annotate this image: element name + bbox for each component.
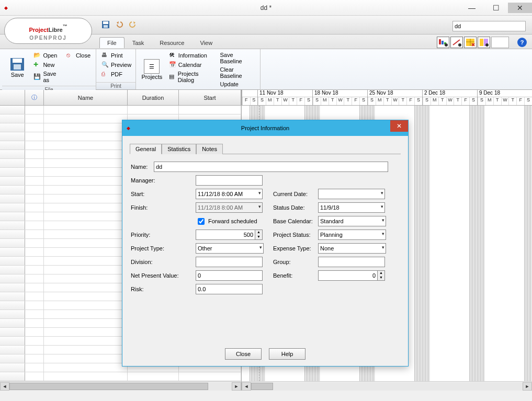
division-field[interactable] bbox=[196, 257, 263, 267]
benefit-stepper[interactable]: ▲▼ bbox=[318, 270, 385, 281]
grid-header-name[interactable]: Name bbox=[44, 90, 128, 105]
ribbon-tab-task[interactable]: Task bbox=[124, 37, 152, 48]
info-wrench-icon: 🛠 bbox=[169, 52, 176, 59]
svg-point-6 bbox=[445, 43, 448, 47]
scroll-left-icon[interactable]: ◄ bbox=[0, 382, 9, 391]
pdf-icon: ⎙ bbox=[101, 71, 109, 78]
grid-header-info-icon[interactable]: ⓘ bbox=[25, 90, 44, 105]
help-icon[interactable]: ? bbox=[517, 38, 527, 47]
label-expense-type: Expense Type: bbox=[273, 245, 318, 251]
projects-dialog-button[interactable]: ▤Projects Dialog bbox=[168, 70, 215, 84]
new-button[interactable]: ✚New bbox=[32, 61, 61, 69]
close-file-icon: ⦸ bbox=[66, 52, 74, 59]
saveas-icon: 💾 bbox=[33, 73, 41, 81]
titlebar-app-icon: ◆ bbox=[4, 5, 8, 10]
ribbon-tab-file[interactable]: File bbox=[99, 37, 124, 48]
priority-stepper[interactable]: ▲▼ bbox=[196, 230, 263, 240]
forward-scheduled-checkbox[interactable]: Forward scheduled bbox=[196, 216, 263, 226]
qat-redo-icon[interactable] bbox=[129, 20, 137, 30]
npv-field[interactable] bbox=[196, 270, 263, 281]
projects-label: Projects bbox=[142, 74, 163, 80]
save-button[interactable]: Save bbox=[6, 51, 28, 84]
start-field[interactable] bbox=[196, 189, 263, 199]
new-icon: ✚ bbox=[33, 61, 41, 68]
save-label: Save bbox=[11, 72, 24, 78]
dialog-icon: ▤ bbox=[169, 73, 176, 81]
spin-up-icon[interactable]: ▲ bbox=[378, 271, 384, 276]
svg-point-8 bbox=[458, 43, 461, 47]
window-minimize-button[interactable]: — bbox=[460, 3, 484, 13]
dialog-close-button[interactable]: ✕ bbox=[390, 120, 408, 132]
table-row[interactable] bbox=[0, 372, 241, 381]
scroll-left-icon[interactable]: ◄ bbox=[242, 382, 251, 391]
forward-scheduled-input[interactable] bbox=[198, 218, 205, 225]
project-type-select[interactable]: Other bbox=[196, 243, 264, 254]
view-wbs-icon[interactable] bbox=[464, 37, 477, 48]
save-baseline-button[interactable]: Save Baseline bbox=[219, 51, 256, 65]
project-status-select[interactable]: Planning bbox=[318, 230, 386, 240]
dialog-tab-notes[interactable]: Notes bbox=[196, 144, 223, 154]
view-network-icon[interactable] bbox=[450, 37, 463, 48]
ribbon-tab-resource[interactable]: Resource bbox=[152, 37, 192, 48]
label-risk: Risk: bbox=[131, 286, 196, 292]
saveas-button[interactable]: 💾Save as bbox=[32, 70, 61, 84]
print-button[interactable]: 🖶Print bbox=[100, 51, 132, 60]
clear-baseline-button[interactable]: Clear Baseline bbox=[219, 66, 256, 79]
group-field[interactable] bbox=[318, 257, 385, 267]
spin-up-icon[interactable]: ▲ bbox=[255, 230, 262, 235]
table-row[interactable] bbox=[0, 106, 241, 114]
view-resources-icon[interactable] bbox=[478, 37, 490, 48]
spin-down-icon[interactable]: ▼ bbox=[378, 276, 384, 280]
dialog-help-button[interactable]: Help bbox=[269, 348, 305, 360]
label-group: Group: bbox=[273, 259, 318, 265]
label-status-date: Status Date: bbox=[273, 204, 318, 211]
grid-header: ⓘ Name Duration Start bbox=[0, 90, 241, 106]
manager-field[interactable] bbox=[196, 175, 263, 186]
scroll-right-icon[interactable]: ► bbox=[523, 382, 532, 391]
dialog-tab-statistics[interactable]: Statistics bbox=[162, 144, 196, 154]
pdf-button[interactable]: ⎙PDF bbox=[100, 70, 132, 78]
label-current-date: Current Date: bbox=[273, 191, 318, 197]
svg-point-14 bbox=[485, 43, 489, 47]
label-name: Name: bbox=[131, 164, 154, 170]
grid-header-duration[interactable]: Duration bbox=[128, 90, 179, 105]
calendar-button[interactable]: 📅Calendar bbox=[168, 61, 215, 69]
priority-input[interactable] bbox=[196, 230, 255, 240]
risk-field[interactable] bbox=[196, 284, 263, 294]
status-date-field[interactable] bbox=[318, 202, 385, 213]
benefit-input[interactable] bbox=[318, 270, 378, 281]
update-button[interactable]: Update bbox=[219, 81, 256, 88]
grid-header-rownum[interactable] bbox=[0, 90, 25, 105]
information-button[interactable]: 🛠Information bbox=[168, 51, 215, 60]
gantt-hscroll[interactable]: ◄ ► bbox=[242, 381, 532, 391]
dialog-titlebar[interactable]: ◆ Project Information ✕ bbox=[122, 120, 408, 136]
qat-undo-icon[interactable] bbox=[115, 20, 123, 30]
ribbon-tabs: File Task Resource View bbox=[99, 36, 220, 48]
file-close-button[interactable]: ⦸Close bbox=[65, 51, 92, 60]
spin-down-icon[interactable]: ▼ bbox=[255, 235, 262, 239]
current-date-field[interactable] bbox=[318, 189, 385, 199]
projects-button[interactable]: ☰ Projects bbox=[140, 51, 164, 88]
grid-hscroll[interactable]: ◄ ► bbox=[0, 381, 241, 391]
base-calendar-select[interactable]: Standard bbox=[318, 216, 386, 226]
preview-button[interactable]: 🔍Preview bbox=[100, 61, 132, 69]
svg-rect-4 bbox=[442, 41, 444, 44]
dialog-tab-general[interactable]: General bbox=[130, 144, 162, 154]
window-titlebar: ◆ dd * — ☐ ✕ bbox=[0, 0, 532, 16]
expense-type-select[interactable]: None bbox=[318, 243, 386, 254]
window-title: dd * bbox=[261, 4, 271, 12]
name-field[interactable] bbox=[154, 162, 388, 172]
scroll-right-icon[interactable]: ► bbox=[232, 382, 241, 391]
view-gantt-icon[interactable] bbox=[437, 37, 449, 48]
window-maximize-button[interactable]: ☐ bbox=[484, 3, 508, 13]
project-selector[interactable]: dd bbox=[452, 21, 526, 31]
dialog-close-action-button[interactable]: Close bbox=[225, 348, 262, 360]
window-close-button[interactable]: ✕ bbox=[508, 3, 532, 13]
grid-header-start[interactable]: Start bbox=[179, 90, 241, 105]
dialog-app-icon: ◆ bbox=[127, 125, 130, 131]
qat-save-icon[interactable] bbox=[101, 20, 110, 30]
open-button[interactable]: 📂Open bbox=[32, 51, 61, 60]
view-blank-icon[interactable] bbox=[491, 37, 509, 48]
ribbon-tab-view[interactable]: View bbox=[192, 37, 220, 48]
timeline-header[interactable]: FS11 Nov 18SMTWTFS18 Nov 18SMTWTFS25 Nov… bbox=[242, 90, 532, 106]
